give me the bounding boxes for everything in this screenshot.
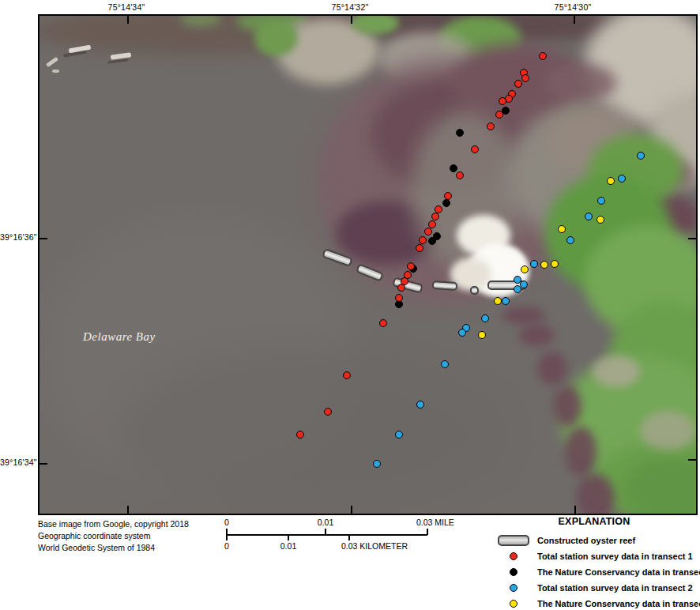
constructed-oyster-reef — [432, 280, 458, 290]
satellite-map: Delaware Bay — [38, 14, 698, 515]
attribution-line: Base image from Google, copyright 2018 — [38, 518, 189, 530]
graticule-tick — [688, 459, 696, 461]
survey-point-total-station-transect-2 — [458, 329, 466, 337]
survey-point-nature-conservancy-transect-1 — [428, 237, 436, 245]
scale-label: 0.01 — [280, 541, 296, 551]
survey-point-total-station-transect-1 — [419, 236, 427, 244]
survey-point-nature-conservancy-transect-1 — [442, 199, 450, 207]
legend-item-label: The Nature Conservancy data in transect … — [537, 567, 700, 577]
survey-point-total-station-transect-1 — [539, 52, 547, 60]
scale-tick — [226, 529, 228, 540]
legend-item-label: Total station survey data in transect 1 — [537, 552, 693, 561]
survey-point-total-station-transect-2 — [618, 175, 626, 183]
legend-item-label: Total station survey data in transect 2 — [537, 583, 693, 593]
survey-point-total-station-transect-2 — [566, 236, 574, 244]
graticule-tick — [127, 506, 129, 514]
survey-point-total-station-transect-1 — [514, 80, 522, 88]
attribution-line: Geographic coordinate system — [38, 530, 189, 542]
legend-item-label: The Nature Conservancy data in transect … — [537, 599, 700, 608]
scale-label: 0 — [224, 541, 229, 551]
longitude-label: 75°14'32" — [332, 2, 369, 12]
satellite-imagery — [40, 16, 696, 514]
survey-point-total-station-transect-1 — [395, 294, 403, 302]
terrain-patch — [537, 352, 567, 385]
survey-point-total-station-transect-2 — [502, 297, 510, 305]
longitude-label: 75°14'30" — [555, 2, 592, 12]
terrain-patch — [254, 21, 298, 56]
legend-item: Total station survey data in transect 1 — [490, 548, 698, 564]
survey-point-total-station-transect-2 — [441, 360, 449, 368]
survey-point-total-station-transect-1 — [416, 244, 423, 252]
legend-swatch-cell — [490, 584, 537, 592]
survey-point-total-station-transect-1 — [456, 171, 464, 179]
legend-items: Constructed oyster reefTotal station sur… — [490, 533, 698, 610]
terrain-patch — [502, 307, 545, 324]
legend-item: Constructed oyster reef — [490, 533, 698, 548]
scale-tick — [288, 535, 289, 540]
survey-point-total-station-transect-2 — [395, 431, 403, 439]
survey-point-total-station-transect-2 — [637, 152, 645, 160]
scale-tick — [348, 535, 350, 540]
legend-swatch-cell — [490, 568, 537, 576]
terrain-patch — [640, 411, 695, 450]
survey-point-nature-conservancy-transect-2 — [597, 216, 604, 224]
longitude-label: 75°14'34" — [108, 2, 145, 12]
terrain-patch — [119, 348, 514, 515]
terrain-patch — [545, 63, 616, 103]
survey-point-total-station-transect-1 — [343, 371, 351, 379]
graticule-tick — [574, 16, 575, 24]
survey-point-total-station-transect-2 — [373, 460, 381, 468]
base-map-attribution: Base image from Google, copyright 2018 G… — [38, 518, 189, 554]
survey-point-total-station-transect-1 — [444, 192, 452, 200]
survey-point-total-station-transect-1 — [431, 213, 439, 220]
terrain-patch — [519, 324, 555, 346]
survey-point-total-station-transect-2 — [597, 197, 605, 205]
legend-dot-swatch — [510, 584, 517, 592]
graticule-tick — [40, 463, 47, 465]
latitude-label: 39°16'34" — [0, 458, 35, 467]
constructed-oyster-reef — [470, 286, 479, 295]
legend-item: The Nature Conservancy data in transect … — [490, 564, 698, 580]
legend-item: The Nature Conservancy data in transect … — [490, 596, 698, 610]
survey-point-total-station-transect-1 — [397, 284, 405, 292]
survey-point-total-station-transect-2 — [416, 401, 424, 409]
survey-point-nature-conservancy-transect-2 — [540, 261, 548, 269]
survey-point-nature-conservancy-transect-2 — [494, 297, 502, 305]
attribution-line: World Geodetic System of 1984 — [38, 542, 189, 554]
survey-point-nature-conservancy-transect-1 — [450, 164, 457, 172]
legend-dot-swatch — [510, 600, 517, 608]
survey-point-total-station-transect-2 — [585, 213, 593, 220]
survey-point-nature-conservancy-transect-1 — [456, 129, 464, 137]
breakwater-structure — [52, 70, 59, 73]
survey-point-nature-conservancy-transect-2 — [558, 225, 566, 233]
survey-point-total-station-transect-1 — [521, 74, 529, 82]
survey-point-nature-conservancy-transect-2 — [478, 331, 486, 339]
legend: EXPLANATION Constructed oyster reefTotal… — [490, 516, 698, 610]
terrain-patch — [593, 356, 640, 387]
graticule-tick — [40, 238, 47, 239]
legend-item: Total station survey data in transect 2 — [490, 580, 698, 596]
scale-label: 0.03 KILOMETER — [341, 541, 408, 551]
survey-point-total-station-transect-1 — [324, 408, 332, 416]
graticule-tick — [574, 506, 576, 514]
survey-point-total-station-transect-1 — [495, 111, 503, 119]
graticule-tick — [127, 16, 129, 24]
survey-point-total-station-transect-1 — [471, 145, 479, 153]
survey-point-total-station-transect-2 — [530, 260, 538, 268]
figure: 75°14'34"75°14'32"75°14'30" 39°16'36"39°… — [0, 0, 700, 610]
scale-label: 0.03 MILE — [416, 518, 454, 527]
legend-title: EXPLANATION — [490, 516, 698, 527]
graticule-tick — [351, 506, 352, 514]
survey-point-nature-conservancy-transect-2 — [521, 265, 529, 273]
scale-bar-line — [227, 534, 427, 536]
survey-point-total-station-transect-1 — [424, 228, 432, 235]
legend-swatch-cell — [490, 600, 537, 608]
constructed-oyster-reef-swatch — [498, 535, 529, 546]
scale-label: 0 — [224, 518, 229, 527]
latitude-label: 39°16'36" — [0, 232, 35, 242]
water-body-label: Delaware Bay — [83, 330, 156, 344]
scale-label: 0.01 — [318, 518, 333, 527]
survey-point-total-station-transect-1 — [296, 431, 304, 439]
terrain-patch — [577, 474, 615, 515]
legend-dot-swatch — [510, 552, 517, 560]
